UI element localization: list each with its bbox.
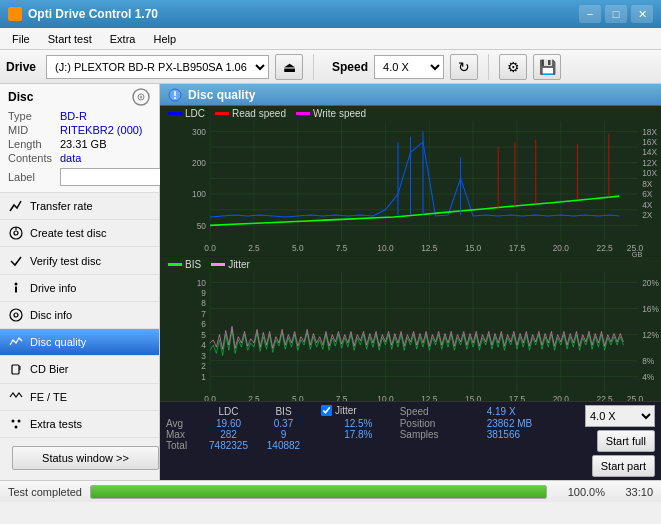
bis-color bbox=[168, 263, 182, 266]
svg-text:5.0: 5.0 bbox=[292, 243, 304, 253]
settings-button[interactable]: ⚙ bbox=[499, 54, 527, 80]
speed-value: 4.19 X bbox=[485, 405, 579, 418]
app-icon bbox=[8, 7, 22, 21]
beer-icon bbox=[8, 361, 24, 377]
svg-text:5: 5 bbox=[201, 329, 206, 339]
svg-text:10: 10 bbox=[197, 277, 207, 287]
svg-text:4: 4 bbox=[201, 340, 206, 350]
svg-text:200: 200 bbox=[192, 158, 206, 168]
max-bis: 9 bbox=[256, 429, 311, 440]
svg-text:7: 7 bbox=[201, 309, 206, 319]
jitter-label: Jitter bbox=[335, 405, 357, 416]
write-speed-color bbox=[296, 112, 310, 115]
sidebar-item-extra-tests[interactable]: Extra tests bbox=[0, 411, 159, 438]
samples-value: 381566 bbox=[485, 429, 579, 440]
svg-text:10.0: 10.0 bbox=[377, 243, 394, 253]
menu-help[interactable]: Help bbox=[145, 31, 184, 47]
disc-icon[interactable] bbox=[131, 88, 151, 106]
col-ldc: LDC bbox=[201, 405, 256, 418]
menu-extra[interactable]: Extra bbox=[102, 31, 144, 47]
toolbar-separator bbox=[313, 54, 314, 80]
sidebar-item-create-test-disc[interactable]: Create test disc bbox=[0, 220, 159, 247]
svg-text:0.0: 0.0 bbox=[204, 243, 216, 253]
svg-text:9: 9 bbox=[201, 288, 206, 298]
svg-text:1: 1 bbox=[201, 371, 206, 381]
svg-text:4X: 4X bbox=[642, 200, 653, 210]
svg-rect-7 bbox=[15, 286, 17, 292]
sidebar-item-drive-info[interactable]: Drive info bbox=[0, 275, 159, 302]
start-part-button[interactable]: Start part bbox=[592, 455, 655, 477]
svg-text:6: 6 bbox=[201, 319, 206, 329]
nav-label-create-test-disc: Create test disc bbox=[30, 227, 106, 239]
svg-rect-71 bbox=[160, 272, 661, 401]
svg-text:12.5: 12.5 bbox=[421, 394, 438, 401]
nav-label-transfer-rate: Transfer rate bbox=[30, 200, 93, 212]
minimize-button[interactable]: − bbox=[579, 5, 601, 23]
svg-text:2.5: 2.5 bbox=[248, 243, 260, 253]
chart-icon bbox=[8, 198, 24, 214]
sidebar-item-disc-info[interactable]: Disc info bbox=[0, 302, 159, 329]
nav-label-disc-info: Disc info bbox=[30, 309, 72, 321]
refresh-button[interactable]: ↻ bbox=[450, 54, 478, 80]
svg-point-13 bbox=[12, 419, 15, 422]
menu-start-test[interactable]: Start test bbox=[40, 31, 100, 47]
speed-select-2[interactable]: 4.0 X bbox=[585, 405, 655, 427]
content-area: Disc quality LDC Read speed bbox=[160, 84, 661, 480]
svg-text:0.0: 0.0 bbox=[204, 394, 216, 401]
sidebar-item-transfer-rate[interactable]: Transfer rate bbox=[0, 193, 159, 220]
nav-label-extra-tests: Extra tests bbox=[30, 418, 82, 430]
position-label: Position bbox=[392, 418, 485, 429]
close-button[interactable]: ✕ bbox=[631, 5, 653, 23]
svg-point-18 bbox=[174, 97, 176, 99]
start-full-button[interactable]: Start full bbox=[597, 430, 655, 452]
app-title: Opti Drive Control 1.70 bbox=[28, 7, 158, 21]
fe-icon bbox=[8, 389, 24, 405]
avg-ldc: 19.60 bbox=[201, 418, 256, 429]
nav-label-verify-test-disc: Verify test disc bbox=[30, 255, 101, 267]
samples-label: Samples bbox=[392, 429, 485, 440]
nav-label-fe-te: FE / TE bbox=[30, 391, 67, 403]
svg-text:4%: 4% bbox=[642, 371, 655, 381]
svg-text:100: 100 bbox=[192, 189, 206, 199]
extra-icon bbox=[8, 416, 24, 432]
svg-point-6 bbox=[15, 282, 18, 285]
sidebar-item-disc-quality[interactable]: Disc quality bbox=[0, 329, 159, 356]
sidebar-item-cd-bier[interactable]: CD Bier bbox=[0, 356, 159, 383]
svg-text:12%: 12% bbox=[642, 329, 659, 339]
menubar: File Start test Extra Help bbox=[0, 28, 661, 50]
avg-label: Avg bbox=[166, 418, 201, 429]
sidebar-item-verify-test-disc[interactable]: Verify test disc bbox=[0, 247, 159, 274]
sidebar: Disc Type BD-R MID RITEKBR2 (000) Lengt bbox=[0, 84, 160, 480]
nav-label-disc-quality: Disc quality bbox=[30, 336, 86, 348]
drive-select[interactable]: (J:) PLEXTOR BD-R PX-LB950SA 1.06 bbox=[46, 55, 269, 79]
window-controls: − □ ✕ bbox=[579, 5, 653, 23]
svg-text:17.5: 17.5 bbox=[509, 243, 526, 253]
contents-value: data bbox=[60, 152, 81, 164]
menu-file[interactable]: File bbox=[4, 31, 38, 47]
legend-read-speed: Read speed bbox=[215, 108, 286, 119]
save-button[interactable]: 💾 bbox=[533, 54, 561, 80]
sidebar-item-fe-te[interactable]: FE / TE bbox=[0, 384, 159, 411]
svg-text:10.0: 10.0 bbox=[377, 394, 394, 401]
svg-text:20.0: 20.0 bbox=[553, 243, 570, 253]
legend-jitter: Jitter bbox=[211, 259, 250, 270]
eject-button[interactable]: ⏏ bbox=[275, 54, 303, 80]
svg-text:17.5: 17.5 bbox=[509, 394, 526, 401]
position-value: 23862 MB bbox=[485, 418, 579, 429]
status-window-button[interactable]: Status window >> bbox=[12, 446, 159, 470]
type-label: Type bbox=[8, 110, 56, 122]
quality-icon bbox=[8, 334, 24, 350]
maximize-button[interactable]: □ bbox=[605, 5, 627, 23]
max-ldc: 282 bbox=[201, 429, 256, 440]
svg-point-2 bbox=[140, 96, 143, 99]
svg-point-15 bbox=[15, 425, 18, 428]
svg-text:18X: 18X bbox=[642, 127, 657, 137]
svg-text:12X: 12X bbox=[642, 158, 657, 168]
jitter-checkbox[interactable] bbox=[321, 405, 332, 416]
svg-text:20%: 20% bbox=[642, 277, 659, 287]
read-speed-color bbox=[215, 112, 229, 115]
svg-text:7.5: 7.5 bbox=[336, 394, 348, 401]
speed-select[interactable]: 4.0 X bbox=[374, 55, 444, 79]
toolbar: Drive (J:) PLEXTOR BD-R PX-LB950SA 1.06 … bbox=[0, 50, 661, 84]
legend-bis: BIS bbox=[168, 259, 201, 270]
